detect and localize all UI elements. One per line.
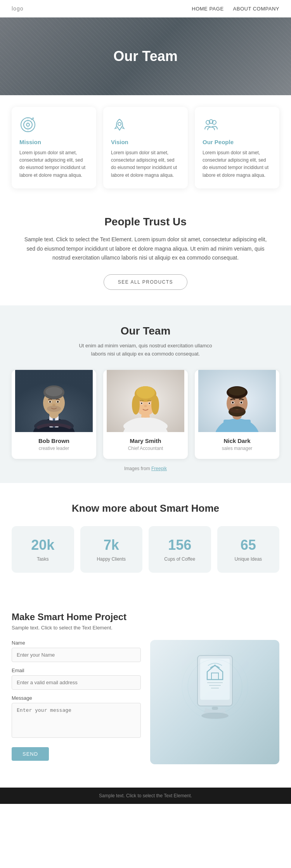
svg-point-35 (132, 395, 140, 415)
svg-point-57 (232, 406, 242, 410)
stat-ideas: 65 Unique Ideas (217, 526, 280, 573)
svg-point-34 (136, 386, 155, 399)
stat-clients: 7k Happy Clients (80, 526, 143, 573)
bob-name: Bob Brown (12, 437, 96, 444)
nick-photo (195, 370, 279, 432)
team-card-nick: Nick Dark sales manager (195, 370, 279, 459)
trust-description: Sample text. Click to select the Text El… (23, 235, 268, 263)
svg-point-36 (151, 395, 159, 415)
stat-tasks-label: Tasks (19, 556, 66, 562)
name-group: Name (12, 640, 141, 662)
contact-layout: Name Email Message SEND (12, 640, 279, 764)
stat-coffee: 156 Cups of Coffee (149, 526, 211, 573)
stat-clients-label: Happy Clients (88, 556, 135, 562)
hero-title: Our Team (113, 48, 177, 64)
people-card: Our People Lorem ipsum dolor sit amet, c… (195, 107, 279, 188)
message-input[interactable] (12, 703, 141, 738)
trust-heading: People Trust Us (23, 216, 268, 228)
team-card-mary: Mary Smith Chief Accountant (103, 370, 188, 459)
contact-form: Name Email Message SEND (12, 640, 141, 761)
people-title: Our People (203, 139, 272, 145)
mary-name: Mary Smith (103, 437, 188, 444)
name-input[interactable] (12, 648, 141, 662)
people-desc: Lorem ipsum dolor sit amet, consectetur … (203, 149, 272, 179)
svg-rect-45 (223, 420, 251, 432)
footer-text: Sample text. Click to select the Text El… (12, 793, 279, 798)
svg-point-39 (141, 403, 142, 404)
email-input[interactable] (12, 675, 141, 690)
svg-point-7 (118, 122, 121, 125)
contact-heading: Make Smart Home Project (12, 612, 279, 622)
email-group: Email (12, 668, 141, 690)
nick-name: Nick Dark (195, 437, 279, 444)
mission-title: Mission (19, 139, 88, 145)
svg-point-23 (49, 401, 51, 403)
svg-point-41 (144, 405, 147, 407)
svg-point-55 (241, 401, 242, 403)
svg-point-20 (45, 387, 62, 396)
team-heading: Our Team (12, 325, 279, 337)
message-label: Message (12, 695, 141, 701)
nick-role: sales manager (195, 446, 279, 451)
bob-role: creative leader (12, 446, 96, 451)
team-subtitle: Ut enim ad minim veniam, quis nostrud ex… (72, 342, 219, 358)
features-grid: Mission Lorem ipsum dolor sit amet, cons… (12, 107, 279, 188)
people-icon (203, 116, 220, 133)
team-grid: Bob Brown creative leader (12, 370, 279, 459)
vision-card: Vision Lorem ipsum dolor sit amet, conse… (103, 107, 188, 188)
stats-section: Know more about Smart Home 20k Tasks 7k … (0, 483, 291, 592)
rocket-icon (111, 116, 128, 133)
trust-section: People Trust Us Sample text. Click to se… (0, 196, 291, 305)
stats-grid: 20k Tasks 7k Happy Clients 156 Cups of C… (12, 526, 279, 573)
stat-coffee-label: Cups of Coffee (156, 556, 203, 562)
message-group: Message (12, 695, 141, 739)
contact-subtitle: Sample text. Click to select the Text El… (12, 625, 279, 631)
hero-section: Our Team (0, 17, 291, 95)
logo: logo (12, 5, 23, 12)
nav-home[interactable]: HOME PAGE (192, 6, 223, 12)
mary-photo (103, 370, 188, 432)
vision-title: Vision (111, 139, 180, 145)
name-label: Name (12, 640, 141, 646)
stats-heading: Know more about Smart Home (12, 502, 279, 514)
footer: Sample text. Click to select the Text El… (0, 788, 291, 804)
send-button[interactable]: SEND (12, 747, 49, 761)
mission-card: Mission Lorem ipsum dolor sit amet, cons… (12, 107, 96, 188)
stat-ideas-number: 65 (225, 537, 272, 553)
mary-role: Chief Accountant (103, 446, 188, 451)
mission-desc: Lorem ipsum dolor sit amet, consectetur … (19, 149, 88, 179)
team-card-bob: Bob Brown creative leader (12, 370, 96, 459)
freepik-link[interactable]: Freepik (151, 466, 167, 471)
features-section: Mission Lorem ipsum dolor sit amet, cons… (0, 95, 291, 196)
svg-point-24 (57, 401, 59, 403)
stat-tasks-number: 20k (19, 537, 66, 553)
svg-point-26 (47, 406, 61, 412)
stat-tasks: 20k Tasks (12, 526, 74, 573)
svg-point-66 (201, 713, 229, 719)
vision-desc: Lorem ipsum dolor sit amet, consectetur … (111, 149, 180, 179)
navigation: logo HOME PAGE ABOUT COMPANY (0, 0, 291, 17)
target-icon (19, 116, 36, 133)
svg-point-54 (232, 401, 234, 403)
svg-point-40 (149, 403, 150, 404)
email-label: Email (12, 668, 141, 673)
nav-links: HOME PAGE ABOUT COMPANY (192, 6, 279, 12)
svg-point-49 (229, 387, 246, 396)
stat-clients-number: 7k (88, 537, 135, 553)
svg-rect-65 (212, 707, 218, 710)
nav-about[interactable]: ABOUT COMPANY (233, 6, 279, 12)
freepik-attribution: Images from Freepik (12, 466, 279, 471)
see-all-button[interactable]: SEE ALL PRODUCTS (104, 274, 187, 290)
contact-image (150, 640, 279, 764)
stat-coffee-number: 156 (156, 537, 203, 553)
team-section: Our Team Ut enim ad minim veniam, quis n… (0, 305, 291, 483)
stat-ideas-label: Unique Ideas (225, 556, 272, 562)
contact-section: Make Smart Home Project Sample text. Cli… (0, 592, 291, 788)
bob-photo (12, 370, 96, 432)
